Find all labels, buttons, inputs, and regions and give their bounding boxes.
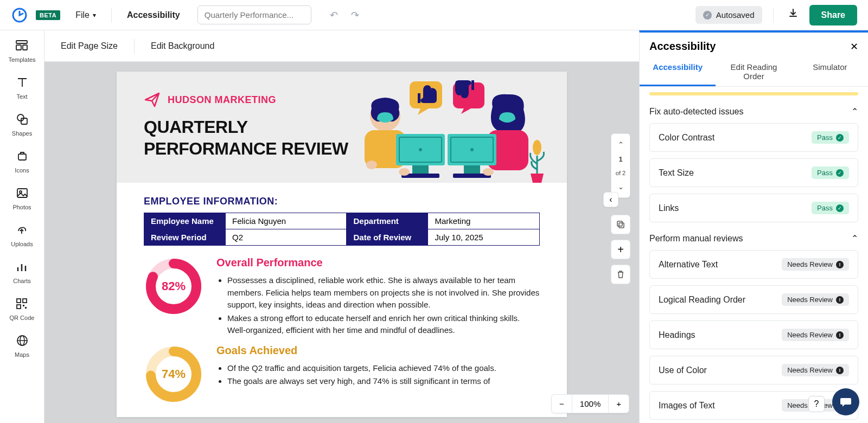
sidebar-item-qrcode[interactable]: QR Code: [10, 296, 35, 321]
section-manual-reviews[interactable]: Perform manual reviews ⌃: [649, 229, 858, 250]
redo-icon[interactable]: ↷: [351, 9, 359, 21]
edit-background-button[interactable]: Edit Background: [151, 41, 214, 51]
collapse-icon[interactable]: ‹: [603, 192, 618, 207]
duplicate-page-button[interactable]: [611, 215, 630, 234]
file-menu[interactable]: File ▾: [71, 8, 100, 22]
shapes-icon: [15, 112, 30, 127]
warning-icon: !: [836, 367, 844, 374]
bullet: Makes a strong effort to educate herself…: [227, 312, 540, 337]
goals-heading: Goals Achieved: [216, 344, 540, 357]
add-page-button[interactable]: +: [611, 240, 630, 259]
chevron-up-icon: ⌃: [851, 233, 858, 243]
sidebar-item-photos[interactable]: Photos: [12, 185, 31, 210]
issue-card-use-of-color[interactable]: Use of Color Needs Review!: [649, 356, 858, 384]
section-title-employee-info: EMPLOYEE INFORMATION:: [144, 196, 540, 207]
page-navigator[interactable]: ⌃ 1 of 2 ⌄: [611, 133, 630, 198]
sidebar-item-label: QR Code: [10, 315, 35, 321]
document-title-input[interactable]: [197, 5, 311, 24]
document-page[interactable]: HUDSON MARKETING QUARTERLY PERFORMANCE R…: [117, 72, 567, 417]
issue-card-images-of-text[interactable]: Images of Text Needs Review!: [649, 391, 858, 420]
sidebar-item-uploads[interactable]: Uploads: [11, 222, 33, 247]
table-cell: Felicia Nguyen: [226, 213, 347, 229]
text-icon: [15, 75, 30, 90]
edit-page-size-button[interactable]: Edit Page Size: [61, 41, 118, 51]
accessibility-button[interactable]: Accessibility: [123, 8, 184, 22]
sidebar-item-label: Icons: [15, 167, 29, 174]
goals-bullets: Of the Q2 traffic and acquisition target…: [216, 362, 540, 388]
svg-rect-11: [17, 305, 21, 309]
svg-rect-2: [16, 45, 21, 50]
overall-performance-row: 82% Overall Performance Possesses a disc…: [144, 257, 540, 338]
chat-button[interactable]: [832, 388, 859, 415]
tab-edit-reading-order[interactable]: Edit Reading Order: [716, 57, 792, 86]
overall-heading: Overall Performance: [216, 257, 540, 269]
table-cell: Q2: [226, 229, 347, 246]
qrcode-icon: [14, 296, 29, 311]
undo-icon[interactable]: ↶: [330, 9, 338, 21]
file-menu-label: File: [75, 10, 90, 20]
overall-bullets: Possesses a disciplined, reliable work e…: [216, 274, 540, 337]
maps-icon: [15, 333, 30, 348]
zoom-in-button[interactable]: +: [609, 395, 629, 413]
svg-rect-6: [18, 154, 26, 160]
photos-icon: [15, 185, 30, 201]
sidebar-item-label: Photos: [12, 204, 31, 210]
sidebar-item-charts[interactable]: Charts: [13, 259, 30, 284]
document-header: HUDSON MARKETING QUARTERLY PERFORMANCE R…: [117, 72, 567, 183]
autosaved-label: Autosaved: [716, 10, 755, 20]
svg-rect-13: [25, 307, 27, 309]
zoom-control[interactable]: − 100% +: [551, 394, 629, 413]
issue-card-reading-order[interactable]: Logical Reading Order Needs Review!: [649, 285, 858, 314]
delete-page-button[interactable]: [611, 265, 630, 284]
table-header: Department: [347, 213, 428, 229]
svg-rect-1: [16, 41, 27, 43]
close-icon[interactable]: ✕: [850, 41, 858, 53]
zoom-level[interactable]: 100%: [572, 395, 609, 413]
share-button[interactable]: Share: [809, 5, 857, 25]
sidebar-item-label: Text: [16, 93, 27, 100]
status-badge-pass: Pass✓: [812, 202, 849, 214]
zoom-out-button[interactable]: −: [552, 395, 572, 413]
help-button[interactable]: ?: [808, 396, 825, 412]
table-header: Date of Review: [347, 229, 428, 246]
issue-card-text-size[interactable]: Text Size Pass✓: [649, 158, 858, 187]
issue-card-alt-text[interactable]: Alternative Text Needs Review!: [649, 250, 858, 279]
panel-alert-banner: [649, 92, 858, 95]
svg-point-34: [470, 148, 474, 151]
section-auto-detected[interactable]: Fix auto-detected issues ⌃: [649, 102, 858, 123]
tab-accessibility[interactable]: Accessibility: [640, 57, 716, 86]
svg-point-28: [366, 161, 377, 169]
icons-icon: [15, 149, 30, 164]
panel-tabs: Accessibility Edit Reading Order Simulat…: [640, 57, 868, 87]
autosaved-status: ✓ Autosaved: [695, 6, 762, 24]
status-badge-pass: Pass✓: [812, 166, 849, 179]
goals-row: 74% Goals Achieved Of the Q2 traffic and…: [144, 344, 540, 404]
warning-icon: !: [836, 296, 844, 304]
table-header: Employee Name: [144, 213, 226, 229]
sidebar-item-icons[interactable]: Icons: [15, 149, 30, 174]
chevron-up-icon: ⌃: [851, 106, 858, 117]
app-logo[interactable]: [11, 7, 28, 24]
status-badge-review: Needs Review!: [782, 364, 849, 376]
chevron-up-icon[interactable]: ⌃: [618, 137, 624, 152]
svg-rect-5: [21, 118, 27, 124]
canvas-area[interactable]: HUDSON MARKETING QUARTERLY PERFORMANCE R…: [44, 62, 639, 423]
page-total: of 2: [616, 166, 626, 180]
sidebar-item-label: Templates: [8, 56, 35, 63]
sidebar-item-templates[interactable]: Templates: [8, 38, 35, 63]
sidebar-item-label: Charts: [13, 278, 30, 284]
svg-rect-3: [23, 45, 27, 50]
svg-rect-7: [17, 189, 27, 197]
chevron-down-icon[interactable]: ⌄: [618, 180, 624, 194]
sidebar-item-text[interactable]: Text: [15, 75, 30, 100]
issue-card-color-contrast[interactable]: Color Contrast Pass✓: [649, 123, 858, 152]
issue-card-links[interactable]: Links Pass✓: [649, 194, 858, 222]
table-cell: Marketing: [428, 213, 540, 229]
divider: [773, 8, 774, 23]
warning-icon: !: [836, 331, 844, 339]
download-button[interactable]: [784, 5, 802, 25]
tab-simulator[interactable]: Simulator: [792, 57, 868, 86]
issue-card-headings[interactable]: Headings Needs Review!: [649, 321, 858, 349]
sidebar-item-shapes[interactable]: Shapes: [12, 112, 32, 137]
sidebar-item-maps[interactable]: Maps: [15, 333, 30, 358]
